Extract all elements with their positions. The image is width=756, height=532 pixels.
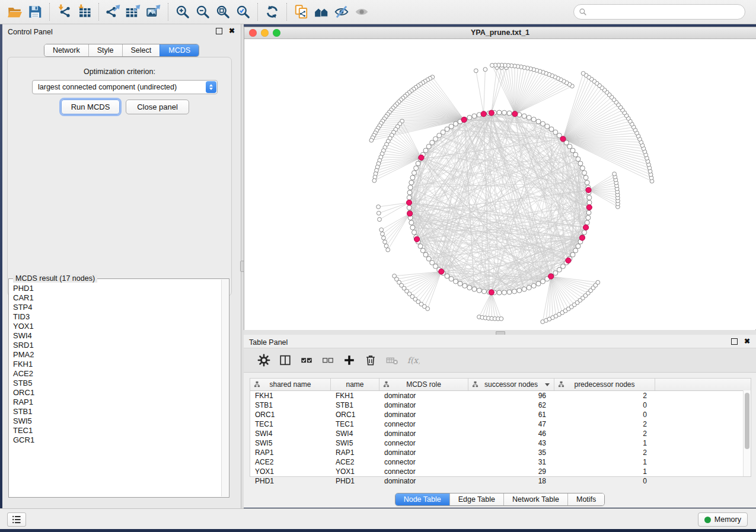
mcds-result-item[interactable]: TEC1 [13,426,221,435]
column-header-label: predecessor nodes [574,380,634,389]
table-cell-name: SWI4 [331,429,379,438]
open-file-button[interactable] [5,2,25,21]
task-history-button[interactable] [7,512,26,527]
table-cell-name: YOX1 [331,467,379,476]
mcds-result-item[interactable]: GCR1 [13,435,221,445]
function-fx-button[interactable]: f(x) [403,351,424,369]
delete-trash-button[interactable] [360,351,381,369]
import-table-icon [76,4,92,20]
mcds-result-item[interactable]: PHD1 [13,284,221,293]
tab-mcds[interactable]: MCDS [160,44,199,56]
column-header-name[interactable]: name [331,379,379,390]
tab-edge-table[interactable]: Edge Table [449,493,503,505]
column-header-predecessor-nodes[interactable]: predecessor nodes [554,379,655,390]
table-row[interactable]: STB1STB1dominator620 [250,400,751,410]
mcds-result-item[interactable]: STB5 [13,379,221,388]
table-row[interactable]: ORC1ORC1dominator610 [250,410,751,419]
export-network-button[interactable] [103,2,123,21]
mcds-result-item[interactable]: ORC1 [13,388,221,398]
table-row[interactable]: SWI4SWI4dominator462 [250,429,751,438]
add-column-button[interactable] [339,351,360,369]
zoom-selected-button[interactable] [233,2,253,21]
zoom-fit-button[interactable] [213,2,233,21]
tab-network-table[interactable]: Network Table [503,493,567,505]
mcds-result-item[interactable]: SRD1 [13,341,221,350]
table-row[interactable]: YOX1YOX1connector291 [250,467,751,476]
column-header-successor-nodes[interactable]: successor nodes [468,379,554,390]
tab-style[interactable]: Style [88,44,122,56]
table-cell-name: ORC1 [331,410,379,419]
horizontal-splitter[interactable] [244,330,756,335]
mcds-result-item[interactable]: STB1 [13,407,221,416]
mcds-result-item[interactable]: FKH1 [13,360,221,369]
tab-node-table[interactable]: Node Table [395,493,449,505]
table-scrollbar-thumb[interactable] [745,393,749,449]
table-row[interactable]: SWI5SWI5connector431 [250,438,751,448]
table-row[interactable]: ACE2ACE2connector311 [250,457,751,467]
mcds-result-item[interactable]: STP4 [13,303,221,312]
network-window-titlebar[interactable]: YPA_prune.txt_1 [244,27,756,39]
float-table-panel-icon[interactable] [731,338,738,345]
zoom-out-button[interactable] [193,2,213,21]
settings-gear-button[interactable] [253,351,275,369]
network-graph-canvas[interactable] [244,39,755,330]
network-window: YPA_prune.txt_1 [244,27,756,330]
memory-button[interactable]: Memory [698,512,748,527]
table-row[interactable]: TEC1TEC1connector472 [250,419,751,429]
result-scrollbar[interactable] [221,280,228,496]
show-all-button[interactable] [352,2,372,21]
clone-network-button[interactable] [291,2,311,21]
table-cell-predecessor_nodes: 0 [554,410,655,419]
column-header-filler [655,379,744,390]
mcds-result-item[interactable]: CAR1 [13,293,221,303]
export-image-button[interactable] [143,2,164,21]
mcds-result-item[interactable]: SWI5 [13,416,221,426]
table-scrollbar[interactable] [743,390,751,476]
table-cell-name: ACE2 [331,457,379,467]
zoom-in-icon [175,4,190,20]
export-table-button[interactable] [123,2,143,21]
deselect-all-button[interactable] [317,351,339,369]
save-session-button[interactable] [25,2,45,21]
mcds-result-item[interactable]: SWI4 [13,331,221,341]
float-panel-icon[interactable] [216,28,222,34]
search-input[interactable] [591,7,740,17]
column-type-icon [472,381,479,387]
mcds-result-item[interactable]: RAP1 [13,398,221,407]
search-icon [579,8,587,16]
table-cell-successor_nodes: 46 [468,429,554,438]
first-neighbors-button[interactable] [311,2,331,21]
table-cell-predecessor_nodes: 2 [554,391,655,400]
table-cell-successor_nodes: 96 [468,391,554,400]
delete-column-button[interactable] [381,351,403,369]
table-row[interactable]: FKH1FKH1dominator962 [250,391,751,400]
mcds-result-item[interactable]: ACE2 [13,369,221,379]
zoom-in-button[interactable] [173,2,193,21]
close-panel-button[interactable]: Close panel [126,100,189,114]
close-panel-icon[interactable]: ✖ [229,28,235,34]
tab-motifs[interactable]: Motifs [567,493,604,505]
table-row[interactable]: PHD1PHD1dominator180 [250,476,751,486]
refresh-button[interactable] [262,2,282,21]
column-header-shared-name[interactable]: shared name [250,379,331,390]
column-header-MCDS-role[interactable]: MCDS role [379,379,468,390]
import-table-button[interactable] [74,2,94,21]
graph-fan-edges [371,65,652,322]
mcds-result-item[interactable]: PMA2 [13,350,221,360]
table-row[interactable]: RAP1RAP1dominator352 [250,448,751,457]
export-table-icon [126,4,141,20]
close-table-panel-icon[interactable]: ✖ [744,338,750,345]
mcds-result-item[interactable]: TID3 [13,312,221,322]
mcds-result-item[interactable]: YOX1 [13,322,221,331]
select-all-button[interactable] [296,351,317,369]
hide-selected-button[interactable] [331,2,352,21]
column-view-button[interactable] [275,351,296,369]
optimization-criterion-select[interactable]: largest connected component (undirected) [32,80,218,94]
search-box[interactable] [573,4,745,20]
memory-label: Memory [714,515,741,524]
tab-select[interactable]: Select [122,44,160,56]
control-panel-header: Control Panel ✖ [2,24,241,40]
import-network-button[interactable] [54,2,74,21]
tab-network[interactable]: Network [44,44,88,56]
run-mcds-button[interactable]: Run MCDS [61,100,120,114]
